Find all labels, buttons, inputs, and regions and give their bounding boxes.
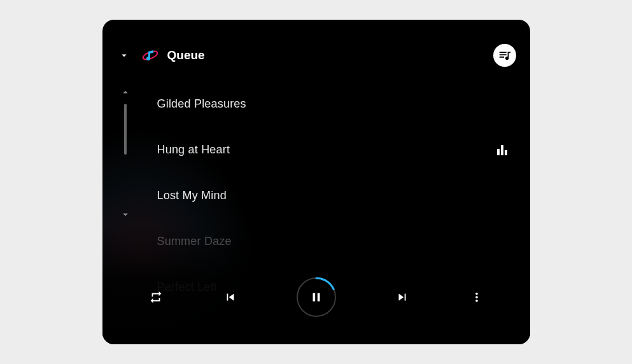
- track-row[interactable]: Gilded Pleasures: [102, 81, 530, 127]
- track-title: Summer Daze: [157, 235, 232, 248]
- play-pause-button[interactable]: [296, 277, 337, 318]
- scroll-down-button[interactable]: [119, 208, 132, 221]
- repeat-button[interactable]: [147, 288, 165, 306]
- app-logo-icon: [142, 47, 158, 64]
- track-title: Gilded Pleasures: [157, 97, 246, 111]
- chevron-down-icon: [118, 50, 130, 61]
- open-queue-button[interactable]: [493, 44, 516, 67]
- track-row[interactable]: Lost My Mind: [102, 172, 530, 218]
- equalizer-icon: [497, 144, 507, 155]
- next-button[interactable]: [393, 288, 411, 306]
- more-button[interactable]: [468, 288, 486, 306]
- track-title: Lost My Mind: [157, 189, 227, 202]
- chevron-up-icon: [120, 87, 131, 98]
- playlist-music-icon: [498, 48, 512, 62]
- playback-controls: [102, 277, 530, 318]
- scrollbar-thumb[interactable]: [124, 104, 127, 155]
- track-row[interactable]: Summer Daze: [102, 218, 530, 264]
- chevron-down-icon: [120, 209, 131, 220]
- header-bar: Queue: [102, 44, 530, 67]
- dots-vertical-icon: [470, 290, 484, 304]
- track-title: Hung at Heart: [157, 143, 230, 157]
- skip-previous-icon: [223, 290, 237, 304]
- pause-icon: [309, 290, 323, 304]
- page-title: Queue: [167, 48, 205, 62]
- svg-point-1: [146, 57, 150, 60]
- collapse-button[interactable]: [116, 48, 132, 63]
- music-player-panel: Queue Gilded Pleasures Hung at Heart Los…: [102, 20, 530, 344]
- repeat-icon: [149, 290, 163, 304]
- track-row[interactable]: Hung at Heart: [102, 127, 530, 172]
- scroll-up-button[interactable]: [119, 86, 132, 99]
- previous-button[interactable]: [221, 288, 239, 306]
- skip-next-icon: [395, 290, 409, 304]
